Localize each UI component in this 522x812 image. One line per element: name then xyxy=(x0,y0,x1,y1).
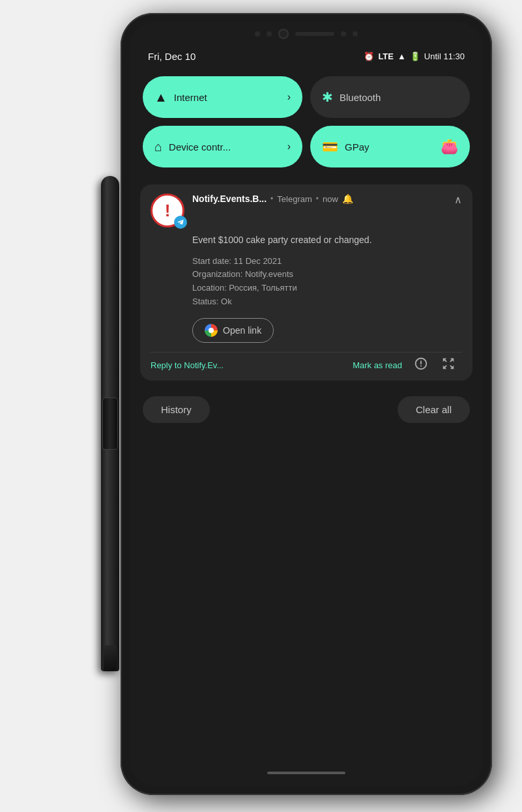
exclamation-icon: ! xyxy=(165,201,171,221)
expand-icon[interactable]: ∧ xyxy=(454,194,462,206)
indicator-dot xyxy=(341,31,346,36)
indicator-dot xyxy=(255,31,260,36)
indicator-dot xyxy=(267,31,272,36)
until-text: Until 11:30 xyxy=(424,51,465,61)
status-bar: Fri, Dec 10 ⏰ LTE ▲ 🔋 Until 11:30 xyxy=(130,39,483,67)
tile-bluetooth-label: Bluetooth xyxy=(340,92,458,103)
notif-details: Start date: 11 Dec 2021 Organization: No… xyxy=(192,255,462,309)
speaker xyxy=(295,32,334,36)
camera-dot xyxy=(278,29,289,39)
snooze-icon[interactable] xyxy=(407,356,435,374)
open-link-label: Open link xyxy=(223,325,261,336)
tile-device-arrow: › xyxy=(287,141,291,152)
notif-actions: Reply to Notify.Ev... Mark as read xyxy=(151,352,462,374)
s-pen xyxy=(101,176,119,671)
qs-row-1: ▲ Internet › ✱ Bluetooth xyxy=(143,76,470,118)
notif-location: Location: Россия, Тольятти xyxy=(192,282,462,295)
notif-body: Event $1000 cake party created or change… xyxy=(151,234,462,352)
notification-area: ! Notify.Events.B... • xyxy=(130,182,483,387)
expand-tile-icon[interactable] xyxy=(435,356,462,374)
chrome-icon xyxy=(205,324,218,337)
phone-body: Fri, Dec 10 ⏰ LTE ▲ 🔋 Until 11:30 ▲ Inte… xyxy=(121,13,492,795)
home-bar xyxy=(267,772,345,774)
history-clear-row: History Clear all xyxy=(130,387,483,432)
reply-link[interactable]: Reply to Notify.Ev... xyxy=(151,360,347,370)
qs-row-2: ⌂ Device contr... › 💳 GPay 👛 xyxy=(143,126,470,167)
tile-internet[interactable]: ▲ Internet › xyxy=(143,76,302,118)
notif-title-row: Notify.Events.B... • Telegram • now 🔔 xyxy=(192,194,446,204)
scene: Fri, Dec 10 ⏰ LTE ▲ 🔋 Until 11:30 ▲ Inte… xyxy=(0,0,522,812)
home-tile-icon: ⌂ xyxy=(154,139,162,154)
notif-header: ! Notify.Events.B... • xyxy=(151,194,462,227)
notif-meta: Notify.Events.B... • Telegram • now 🔔 xyxy=(192,194,446,204)
wallet-icon: 👛 xyxy=(441,138,458,155)
notif-time: now xyxy=(323,194,338,204)
notif-source: Telegram xyxy=(277,194,312,204)
bluetooth-icon: ✱ xyxy=(322,89,333,105)
gpay-card-icon: 💳 xyxy=(322,139,338,154)
status-right: ⏰ LTE ▲ 🔋 Until 11:30 xyxy=(364,51,465,61)
open-link-button[interactable]: Open link xyxy=(192,318,274,343)
tile-gpay[interactable]: 💳 GPay 👛 xyxy=(310,126,470,167)
battery-icon: 🔋 xyxy=(410,51,420,61)
notif-separator2: • xyxy=(316,194,319,203)
clear-all-button[interactable]: Clear all xyxy=(398,396,470,423)
notif-status: Status: Ok xyxy=(192,295,462,309)
tile-internet-arrow: › xyxy=(287,91,291,103)
s-pen-button xyxy=(102,398,118,450)
indicator-dot xyxy=(353,31,358,36)
phone-screen: Fri, Dec 10 ⏰ LTE ▲ 🔋 Until 11:30 ▲ Inte… xyxy=(130,22,483,786)
lte-label: LTE xyxy=(378,51,394,61)
telegram-badge xyxy=(174,216,187,229)
signal-tile-icon: ▲ xyxy=(154,90,167,105)
notif-separator: • xyxy=(270,194,273,203)
bell-icon: 🔔 xyxy=(342,194,353,204)
tile-device-label: Device contr... xyxy=(169,141,281,152)
notif-organization: Organization: Notify.events xyxy=(192,268,462,282)
quick-settings: ▲ Internet › ✱ Bluetooth ⌂ Device contr.… xyxy=(130,67,483,182)
notif-message: Event $1000 cake party created or change… xyxy=(192,234,462,247)
status-date: Fri, Dec 10 xyxy=(148,51,196,62)
signal-icon: ▲ xyxy=(398,51,406,61)
notif-start-date: Start date: 11 Dec 2021 xyxy=(192,255,462,268)
mark-read-link[interactable]: Mark as read xyxy=(353,360,402,370)
alarm-icon: ⏰ xyxy=(364,51,374,61)
tile-device[interactable]: ⌂ Device contr... › xyxy=(143,126,302,167)
notification-card: ! Notify.Events.B... • xyxy=(140,184,472,381)
notif-icon-wrapper: ! xyxy=(151,194,184,227)
history-button[interactable]: History xyxy=(143,396,210,423)
notif-app-name: Notify.Events.B... xyxy=(192,194,267,204)
tile-gpay-label: GPay xyxy=(345,141,434,152)
tile-bluetooth[interactable]: ✱ Bluetooth xyxy=(310,76,470,118)
tile-internet-label: Internet xyxy=(174,92,281,103)
